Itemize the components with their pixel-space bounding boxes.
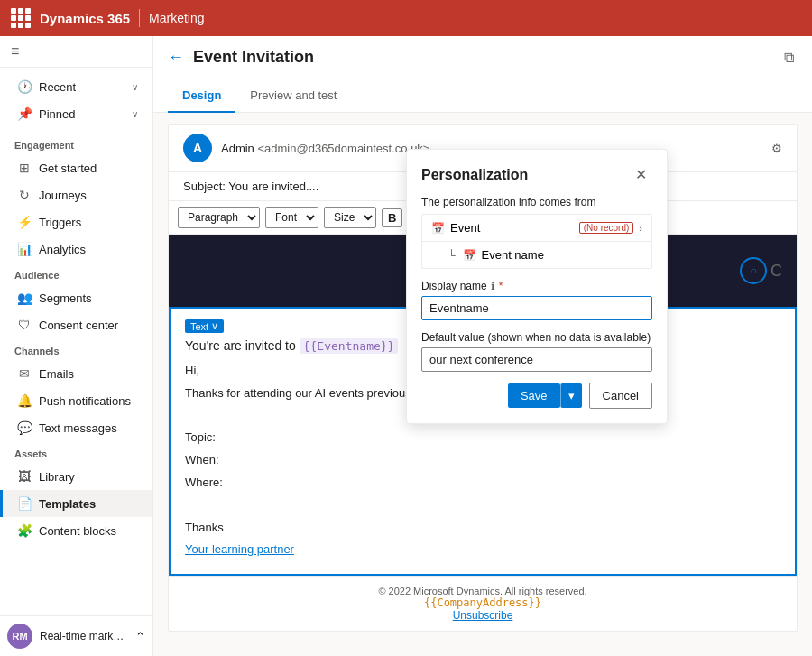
text-badge-label: Text [190,321,208,332]
emails-icon: ✉ [17,366,32,381]
sidebar-item-library[interactable]: 🖼 Library [0,463,152,490]
group-assets: Assets [0,441,152,463]
group-engagement: Engagement [0,133,152,154]
journeys-icon: ↻ [17,188,32,202]
pin-icon: 📌 [17,106,32,121]
sidebar-item-pinned[interactable]: 📌 Pinned ∨ [0,100,152,127]
font-select[interactable]: Font [265,207,318,228]
dialog-close-button[interactable]: ✕ [630,164,652,185]
sidebar-item-get-started[interactable]: ⊞ Get started [0,154,152,181]
tree-child-text: Event name [482,248,544,262]
footer-copyright: © 2022 Microsoft Dynamics. All rights re… [178,586,788,596]
tree-event-badge: (No record) [579,222,634,234]
dialog-source-label: The personalization info comes from [421,196,652,208]
tree-item-event[interactable]: 📅 Event (No record) › [422,215,651,241]
body-topic: Topic: [185,429,780,448]
workspace-chevron: ⌃ [135,630,145,643]
required-indicator: * [499,280,503,292]
templates-icon: 📄 [17,496,32,511]
hero-text: C [770,262,782,281]
sidebar-item-triggers[interactable]: ⚡ Triggers [0,208,152,236]
brand-name: Dynamics 365 [40,11,130,26]
email-footer: © 2022 Microsoft Dynamics. All rights re… [169,576,797,631]
from-avatar: A [183,134,212,162]
back-icon: ← [168,48,184,67]
sidebar-item-consent[interactable]: 🛡 Consent center [0,311,152,338]
body-partner[interactable]: Your learning partner [185,541,780,559]
topbar-divider [139,9,140,27]
pinned-chevron: ∨ [132,109,138,119]
main-content: ← Event Invitation ⧉ Design Preview and … [153,36,812,656]
content-blocks-icon: 🧩 [17,523,32,538]
display-name-info-icon: ℹ [491,280,495,292]
default-value-label: Default value (shown when no data is ava… [421,331,652,344]
group-audience: Audience [0,263,152,284]
save-button[interactable]: Save [508,383,560,408]
hamburger-icon[interactable]: ≡ [11,43,19,60]
body-thanks: Thanks [185,519,780,538]
unsubscribe-link[interactable]: Unsubscribe [178,609,788,622]
sidebar-item-journeys[interactable]: ↻ Journeys [0,181,152,208]
from-email: <admin@d365domaintest.co.uk> [257,142,429,155]
recent-chevron: ∨ [132,82,138,92]
sidebar-bottom[interactable]: RM Real-time marketi... ⌃ [0,615,152,656]
page-options-icon[interactable]: ⧉ [780,46,798,69]
sidebar-item-push-notifications[interactable]: 🔔 Push notifications [0,387,152,414]
display-name-group: Display name ℹ * [421,280,652,320]
get-started-icon: ⊞ [17,161,32,175]
sidebar-item-segments[interactable]: 👥 Segments [0,284,152,311]
tree-event-text: Event [450,221,574,235]
avatar: RM [7,624,32,649]
tab-preview-and-test[interactable]: Preview and test [235,79,351,113]
hero-circle: ○ [740,257,767,284]
dialog-header: Personalization ✕ [421,164,652,185]
app-name: Marketing [149,11,204,25]
sidebar-item-analytics[interactable]: 📊 Analytics [0,236,152,263]
email-settings-icon[interactable]: ⚙ [771,142,782,155]
display-name-label: Display name ℹ * [421,280,652,292]
tabs-bar: Design Preview and test [153,79,812,113]
body-where: Where: [185,474,780,493]
text-badge-chevron: ∨ [211,320,218,332]
waffle-icon[interactable] [11,8,31,28]
sidebar-item-text-messages[interactable]: 💬 Text messages [0,414,152,441]
tree-child-event-name[interactable]: └ 📅 Event name [422,241,651,268]
company-address-token[interactable]: {{CompanyAddress}} [178,596,788,609]
sidebar-item-emails[interactable]: ✉ Emails [0,360,152,387]
back-button[interactable]: ← [168,48,184,67]
sidebar-item-content-blocks[interactable]: 🧩 Content blocks [0,517,152,544]
from-name: Admin [221,142,254,155]
workspace-name: Real-time marketi... [40,630,128,642]
sidebar-section-recent: 🕐 Recent ∨ 📌 Pinned ∨ [0,68,152,133]
topbar: Dynamics 365 Marketing [0,0,812,36]
personalization-dialog: Personalization ✕ The personalization in… [406,149,668,424]
push-icon: 🔔 [17,393,32,408]
dialog-title: Personalization [421,167,528,183]
tree-child-icon: 📅 [463,249,476,262]
text-badge[interactable]: Text ∨ [185,319,224,333]
default-value-input[interactable] [421,347,652,372]
sidebar-item-recent[interactable]: 🕐 Recent ∨ [0,73,152,100]
bold-button[interactable]: B [382,208,402,227]
dialog-footer: Save ▾ Cancel [421,383,652,409]
paragraph-select[interactable]: Paragraph [178,207,260,228]
analytics-icon: 📊 [17,242,32,256]
consent-icon: 🛡 [17,318,32,332]
email-area: A Admin <admin@d365domaintest.co.uk> ⚙ S… [153,113,812,656]
tab-design[interactable]: Design [168,79,235,113]
text-messages-icon: 💬 [17,420,32,435]
sidebar-top: ≡ [0,36,152,68]
sidebar-item-templates[interactable]: 📄 Templates [0,490,152,517]
cancel-button[interactable]: Cancel [589,383,652,409]
eventname-token[interactable]: {{Eventname}} [300,338,399,354]
invitation-prefix: You're are invited to [185,338,300,353]
size-select[interactable]: Size [324,207,376,228]
display-name-input[interactable] [421,296,652,320]
page-title: Event Invitation [193,48,771,67]
tree-event-icon: 📅 [431,222,445,235]
segments-icon: 👥 [17,291,32,305]
save-dropdown-button[interactable]: ▾ [560,383,582,408]
triggers-icon: ⚡ [17,215,32,229]
default-value-group: Default value (shown when no data is ava… [421,331,652,372]
sidebar: ≡ 🕐 Recent ∨ 📌 Pinned ∨ Engagement ⊞ Get… [0,36,153,656]
